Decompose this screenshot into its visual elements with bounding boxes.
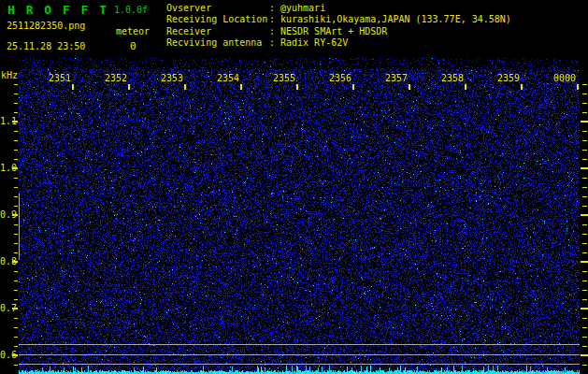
y-tick-mark	[14, 337, 18, 338]
y-tick-mark	[582, 150, 587, 151]
x-tick-label: 2359	[495, 73, 520, 83]
y-tick-mark	[581, 167, 588, 169]
x-tick-label: 2358	[438, 73, 464, 83]
y-tick-mark	[14, 131, 18, 132]
y-tick-label: 0.7	[0, 303, 11, 313]
y-tick-mark	[582, 187, 587, 188]
y-tick-mark	[582, 103, 587, 104]
y-tick-mark	[581, 308, 588, 309]
y-tick-mark	[582, 224, 587, 225]
info-row: Recviving antenna:Radix RY-62V	[166, 37, 511, 49]
info-row-label: Receiving Location	[166, 14, 269, 25]
y-tick-mark	[14, 365, 18, 366]
info-row-value: NESDR SMArt + HDSDR	[280, 26, 387, 37]
info-row-value: kurashiki,Okayama,JAPAN (133.77E, 34.58N…	[280, 14, 511, 25]
y-tick-label: 0.8	[0, 256, 11, 266]
y-tick-mark	[582, 346, 587, 347]
y-tick-mark	[582, 94, 587, 94]
y-axis-unit-label: kHz	[1, 70, 18, 80]
info-row-label: Ovserver	[166, 3, 269, 14]
y-tick-mark	[582, 234, 587, 235]
info-row: Ovserver:@yuhmari	[166, 3, 511, 14]
spectrogram-canvas	[19, 58, 580, 374]
y-tick-mark	[582, 196, 587, 197]
y-tick-mark	[582, 159, 587, 160]
x-tick-label: 2353	[158, 73, 183, 83]
info-row-separator: :	[269, 37, 280, 49]
x-tick-mark	[72, 84, 74, 90]
observer-info-block: Ovserver:@yuhmariReceiving Location:kura…	[166, 3, 511, 50]
x-tick-mark	[128, 84, 130, 90]
info-row-separator: :	[269, 14, 280, 25]
y-tick-mark	[582, 178, 587, 179]
x-tick-label: 0000	[551, 73, 576, 83]
y-tick-mark	[14, 206, 18, 207]
hrofft-screen: H R O F F T 1.0.0f 2511282350.png meteor…	[0, 0, 588, 374]
output-filename: 2511282350.png	[7, 21, 85, 31]
y-tick-mark	[14, 224, 18, 225]
y-tick-mark	[12, 214, 18, 216]
x-tick-mark	[184, 84, 186, 90]
y-tick-mark	[582, 131, 587, 132]
y-tick-mark	[582, 206, 587, 207]
y-tick-mark	[14, 103, 18, 104]
y-tick-mark	[14, 280, 18, 281]
info-row-separator: :	[269, 26, 280, 37]
app-title: H R O F F T	[7, 3, 108, 17]
info-row-label: Receiver	[166, 26, 269, 37]
x-tick-mark	[409, 84, 410, 90]
x-tick-mark	[296, 84, 298, 90]
y-tick-mark	[582, 280, 587, 281]
y-tick-mark	[14, 299, 18, 300]
y-tick-mark	[14, 112, 18, 113]
meteor-counter-value: 0	[130, 40, 136, 52]
y-tick-mark	[12, 354, 18, 356]
x-tick-label: 2351	[46, 73, 71, 83]
x-tick-label: 2354	[214, 73, 239, 83]
y-tick-mark	[14, 159, 18, 160]
x-tick-mark	[577, 84, 579, 90]
y-tick-mark	[14, 252, 18, 253]
y-tick-mark	[582, 84, 587, 85]
y-tick-label: 1.1	[0, 116, 11, 126]
y-tick-mark	[582, 318, 587, 319]
x-tick-label: 2357	[382, 73, 408, 83]
y-tick-mark	[581, 214, 588, 216]
y-tick-mark	[12, 261, 18, 263]
x-tick-mark	[240, 84, 242, 90]
y-tick-mark	[14, 94, 18, 94]
y-tick-mark	[14, 84, 18, 85]
y-tick-mark	[14, 178, 18, 179]
x-tick-label: 2355	[270, 73, 295, 83]
x-tick-mark	[352, 84, 354, 90]
y-tick-mark	[14, 140, 18, 141]
y-tick-mark	[582, 140, 587, 141]
info-row: Receiver:NESDR SMArt + HDSDR	[166, 26, 511, 37]
y-tick-mark	[581, 354, 588, 356]
info-row-value: @yuhmari	[280, 3, 325, 14]
app-version: 1.0.0f	[114, 5, 148, 15]
x-tick-mark	[521, 84, 523, 90]
y-tick-mark	[14, 318, 18, 319]
x-tick-mark	[465, 84, 466, 90]
x-tick-label: 2356	[326, 73, 351, 83]
y-tick-mark	[582, 337, 587, 338]
x-tick-label: 2352	[102, 73, 127, 83]
y-tick-mark	[14, 196, 18, 197]
y-tick-mark	[582, 252, 587, 253]
y-tick-mark	[14, 290, 18, 291]
y-tick-mark	[14, 271, 18, 272]
y-tick-mark	[582, 112, 587, 113]
y-tick-label: 1.0	[0, 163, 11, 173]
meteor-counter-label: meteor	[116, 26, 150, 36]
y-tick-label: 0.6	[0, 350, 11, 360]
info-row-label: Recviving antenna	[166, 37, 269, 49]
y-tick-mark	[12, 167, 18, 169]
info-row: Receiving Location:kurashiki,Okayama,JAP…	[166, 14, 511, 25]
y-tick-mark	[14, 187, 18, 188]
y-tick-mark	[14, 327, 18, 328]
y-tick-mark	[582, 271, 587, 272]
y-tick-mark	[582, 365, 587, 366]
y-tick-mark	[14, 346, 18, 347]
y-tick-mark	[581, 121, 588, 122]
